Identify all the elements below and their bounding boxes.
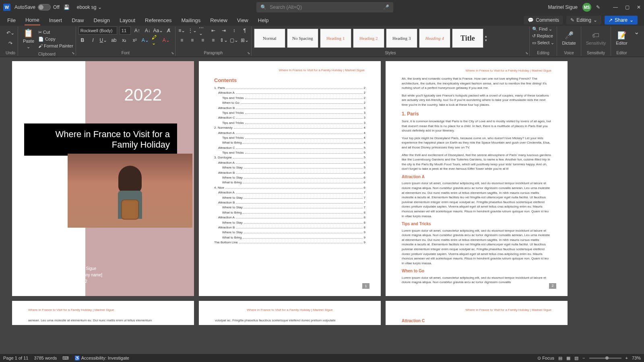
justify-icon[interactable]: ≡ — [209, 36, 217, 44]
contents-heading: Contents — [214, 77, 365, 83]
pilcrow-icon[interactable]: ¶ — [241, 27, 249, 35]
undo-button[interactable]: ↶⌄ — [6, 29, 14, 37]
tab-draw[interactable]: Draw — [71, 16, 85, 25]
change-case-icon[interactable]: Aa⌄ — [154, 27, 162, 35]
comments-button[interactable]: 💬 Comments — [524, 16, 563, 25]
page-3: Where in France to Visit for a Family Ho… — [386, 61, 568, 296]
font-launcher-icon[interactable]: ⬊ — [171, 51, 174, 55]
tab-home[interactable]: Home — [25, 15, 40, 25]
autosave-toggle[interactable]: AutoSave Off — [14, 4, 60, 10]
grow-font-icon[interactable]: A↑ — [133, 27, 141, 35]
view-print-icon[interactable]: ▦ — [566, 356, 570, 361]
focus-mode[interactable]: ⊙ Focus — [537, 356, 554, 361]
select-button[interactable]: ▭ Select ⌄ — [532, 40, 555, 45]
user-name[interactable]: Marinel Sigue — [548, 4, 578, 10]
bold-icon[interactable]: B — [78, 36, 87, 44]
superscript-icon[interactable]: x² — [131, 36, 139, 44]
shrink-font-icon[interactable]: A↓ — [144, 27, 152, 35]
highlight-icon[interactable]: 🖍⌄ — [152, 36, 160, 44]
minimize-icon[interactable]: — — [613, 4, 618, 10]
zoom-in-icon[interactable]: + — [625, 356, 628, 360]
font-color-icon[interactable]: A⌄ — [162, 36, 170, 44]
zoom-slider[interactable] — [589, 358, 621, 359]
style-title[interactable]: Title — [452, 29, 483, 48]
tab-layout[interactable]: Layout — [119, 16, 136, 25]
pen-icon[interactable]: ✎ — [596, 4, 600, 10]
statusbar: Page 1 of 11 3785 words ⌨ ♿ Accessibilit… — [0, 354, 644, 362]
view-read-icon[interactable]: ▤ — [558, 356, 562, 361]
dictate-button[interactable]: 🎤Dictate — [559, 29, 578, 47]
style-heading4[interactable]: Heading 4 — [419, 29, 450, 48]
search-input[interactable]: 🔍 Search (Alt+Q) 🎤 — [256, 2, 393, 12]
zoom-level[interactable]: 73% — [632, 356, 641, 360]
para-launcher-icon[interactable]: ⬊ — [247, 51, 250, 55]
inc-indent-icon[interactable]: ⇥ — [220, 27, 228, 35]
cover-title: Where in France to Visit for a Family Ho… — [24, 123, 177, 156]
style-normal[interactable]: Normal — [254, 29, 285, 48]
replace-button[interactable]: ↺ Replace — [532, 33, 553, 39]
document-name[interactable]: ebook sg ⌄ — [77, 4, 102, 10]
maximize-icon[interactable]: ▢ — [625, 4, 630, 10]
share-button[interactable]: ↗ Share ⌄ — [605, 16, 638, 25]
style-heading1[interactable]: Heading 1 — [320, 29, 351, 48]
status-lang-icon[interactable]: ⌨ — [62, 356, 69, 361]
subscript-icon[interactable]: x₂ — [120, 36, 128, 44]
cut-button[interactable]: ✂ Cut — [38, 30, 73, 35]
mic-icon[interactable]: 🎤 — [383, 4, 389, 10]
tab-mailings[interactable]: Mailings — [181, 16, 202, 25]
bullets-icon[interactable]: ≡⌄ — [178, 27, 186, 35]
dec-indent-icon[interactable]: ⇤ — [209, 27, 217, 35]
autosave-label: AutoSave — [14, 4, 35, 10]
shading-icon[interactable]: ▢⌄ — [230, 36, 238, 44]
redo-button[interactable]: ↷ — [6, 39, 14, 47]
collapse-ribbon-icon[interactable]: ⌄ — [632, 27, 641, 56]
text-effects-icon[interactable]: A⌄ — [141, 36, 149, 44]
save-icon[interactable]: 💾 — [64, 4, 70, 10]
align-center-icon[interactable]: ≡ — [188, 36, 196, 44]
view-web-icon[interactable]: ▧ — [574, 356, 578, 361]
tab-help[interactable]: Help — [257, 16, 270, 25]
toggle-icon[interactable] — [38, 4, 51, 10]
group-font: A↑ A↓ Aa⌄ A̸ B I U⌄ ab x₂ x² A⌄ 🖍⌄ A⌄ Fo… — [76, 27, 175, 56]
cover-meta: Marinel Sigue[Company name]1/1/2022 — [72, 265, 102, 285]
align-right-icon[interactable]: ≡ — [199, 36, 207, 44]
tab-insert[interactable]: Insert — [48, 16, 63, 25]
style-heading2[interactable]: Heading 2 — [353, 29, 384, 48]
numbering-icon[interactable]: ⋮⌄ — [188, 27, 196, 35]
tab-review[interactable]: Review — [209, 16, 228, 25]
close-icon[interactable]: ✕ — [637, 4, 641, 10]
italic-icon[interactable]: I — [89, 36, 97, 44]
strike-icon[interactable]: ab — [110, 36, 118, 44]
styles-launcher-icon[interactable]: ⬊ — [525, 51, 528, 55]
status-accessibility[interactable]: ♿ Accessibility: Investigate — [74, 356, 129, 361]
align-left-icon[interactable]: ≡ — [178, 36, 186, 44]
sort-icon[interactable]: ↕ — [230, 27, 238, 35]
status-words[interactable]: 3785 words — [34, 356, 57, 360]
font-size-select[interactable] — [120, 27, 131, 35]
tab-view[interactable]: View — [236, 16, 249, 25]
clipboard-launcher-icon[interactable]: ⬊ — [72, 51, 75, 55]
paste-button[interactable]: 📋Paste⌄ — [21, 27, 37, 51]
copy-button[interactable]: 📄 Copy — [38, 37, 73, 42]
editor-button[interactable]: 📝Editor — [613, 29, 630, 47]
document-canvas[interactable]: 2022 Where in France to Visit for a Fami… — [0, 57, 644, 354]
zoom-out-icon[interactable]: − — [582, 356, 585, 360]
clear-format-icon[interactable]: A̸ — [165, 27, 173, 35]
format-painter-button[interactable]: 🖌 Format Painter — [38, 43, 73, 48]
styles-more-icon[interactable]: ▴▾ — [485, 34, 487, 42]
page-number: 2 — [549, 283, 556, 289]
avatar[interactable]: MS — [582, 3, 591, 12]
borders-icon[interactable]: ⊞⌄ — [241, 36, 249, 44]
multilevel-icon[interactable]: ⋯⌄ — [199, 27, 207, 35]
tab-references[interactable]: References — [144, 16, 172, 25]
tab-file[interactable]: File — [6, 16, 17, 25]
status-page[interactable]: Page 1 of 11 — [3, 356, 28, 360]
style-heading3[interactable]: Heading 3 — [386, 29, 417, 48]
tab-design[interactable]: Design — [93, 16, 111, 25]
style-nospacing[interactable]: No Spacing — [287, 29, 318, 48]
editing-mode-button[interactable]: ✎ Editing ⌄ — [566, 16, 601, 25]
font-name-select[interactable] — [78, 27, 117, 35]
underline-icon[interactable]: U⌄ — [99, 36, 107, 44]
line-spacing-icon[interactable]: ⇕⌄ — [220, 36, 228, 44]
find-button[interactable]: 🔍 Find ⌄ — [532, 27, 553, 32]
